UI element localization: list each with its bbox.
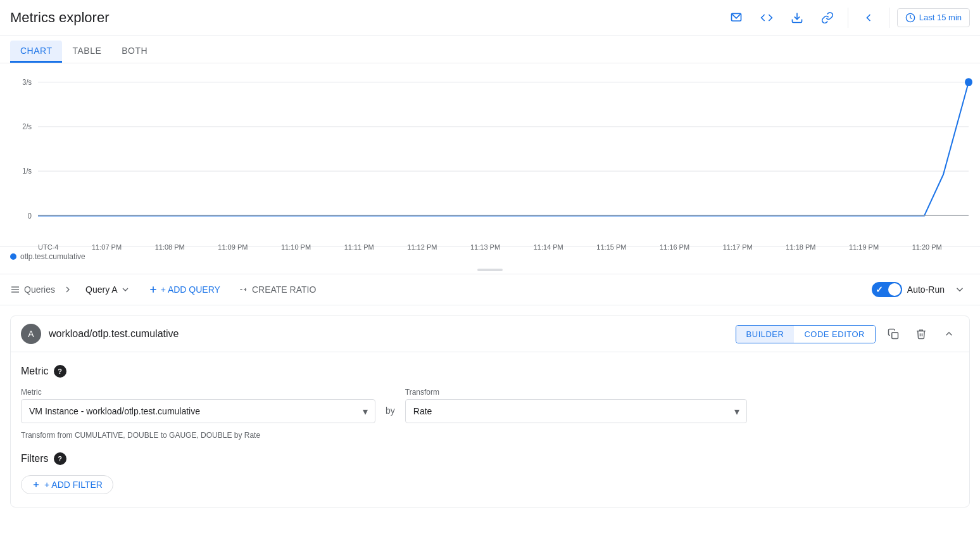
chart-tabs: CHART TABLE BOTH <box>0 35 980 63</box>
query-selector[interactable]: Query A <box>80 282 135 297</box>
x-label-6: 11:12 PM <box>407 243 437 251</box>
transform-field-group: Transform Rate ▾ <box>405 388 747 423</box>
header-actions: Last 15 min <box>724 5 970 30</box>
svg-text:2/s: 2/s <box>22 123 32 131</box>
x-label-10: 11:16 PM <box>660 243 689 251</box>
tab-chart[interactable]: CHART <box>10 41 62 63</box>
auto-run-label: Auto-Run <box>907 284 945 295</box>
time-range-btn[interactable]: Last 15 min <box>897 8 970 27</box>
transform-select[interactable]: Rate <box>405 399 747 423</box>
code-editor-tab[interactable]: CODE EDITOR <box>794 326 875 343</box>
link-icon-btn[interactable] <box>815 5 840 30</box>
x-label-5: 11:11 PM <box>344 243 374 251</box>
query-bar: Queries Query A + ADD QUERY CREATE RATIO… <box>0 274 980 305</box>
x-label-12: 11:18 PM <box>786 243 815 251</box>
copy-icon <box>888 328 899 340</box>
x-label-2: 11:08 PM <box>155 243 185 251</box>
download-icon-btn[interactable] <box>784 5 810 30</box>
transform-select-wrapper: Rate ▾ <box>405 399 747 423</box>
header-divider <box>848 8 848 28</box>
app-header: Metrics explorer Last 15 min <box>0 0 980 35</box>
filters-section: Filters ? + ADD FILTER <box>21 452 959 494</box>
query-panel-header: A workload/otlp.test.cumulative BUILDER … <box>11 316 969 352</box>
breadcrumb-chevron-icon <box>63 284 73 295</box>
metric-section-title: Metric ? <box>21 365 959 378</box>
create-ratio-btn[interactable]: CREATE RATIO <box>233 282 321 297</box>
x-label-9: 11:15 PM <box>596 243 626 251</box>
builder-tab[interactable]: BUILDER <box>736 326 795 343</box>
by-label: by <box>386 405 395 423</box>
trash-icon <box>915 328 927 340</box>
transform-info: Transform from CUMULATIVE, DOUBLE to GAU… <box>21 431 959 440</box>
metric-help-icon[interactable]: ? <box>54 365 66 378</box>
ratio-icon <box>238 284 248 295</box>
download-icon <box>791 11 803 24</box>
filters-label: Filters <box>21 453 49 464</box>
chevron-left-icon <box>862 11 875 24</box>
builder-code-tabs: BUILDER CODE EDITOR <box>736 325 876 343</box>
filters-section-title: Filters ? <box>21 452 959 465</box>
query-bar-right: ✓ Auto-Run <box>872 279 970 300</box>
copy-btn[interactable] <box>883 324 903 344</box>
link-icon <box>821 11 834 24</box>
delete-btn[interactable] <box>911 324 931 344</box>
hamburger-icon <box>10 284 20 295</box>
x-label-11: 11:17 PM <box>723 243 753 251</box>
plus-icon <box>148 284 158 295</box>
auto-run-toggle[interactable]: ✓ <box>872 282 902 297</box>
clock-icon <box>905 13 915 23</box>
query-avatar: A <box>21 324 41 344</box>
chevron-up-icon <box>943 328 955 340</box>
query-panel-body: Metric ? Metric VM Instance - workload/o… <box>11 352 969 507</box>
chart-svg: 3/s 2/s 1/s 0 <box>0 68 980 246</box>
back-btn[interactable] <box>856 5 881 30</box>
app-title: Metrics explorer <box>10 10 109 26</box>
queries-text: Queries <box>24 284 55 295</box>
metric-label: Metric <box>21 366 49 377</box>
query-dropdown-icon <box>120 284 130 295</box>
add-filter-btn[interactable]: + ADD FILTER <box>21 475 113 494</box>
add-query-label: + ADD QUERY <box>161 284 220 295</box>
x-label-1: 11:07 PM <box>92 243 122 251</box>
create-ratio-label: CREATE RATIO <box>252 284 316 295</box>
tab-table[interactable]: TABLE <box>62 41 111 63</box>
expand-btn[interactable] <box>939 324 959 344</box>
tab-both[interactable]: BOTH <box>111 41 158 63</box>
code-icon <box>760 11 773 24</box>
chart-area: 3/s 2/s 1/s 0 UTC-4 11:07 PM 11:08 PM 11… <box>0 63 980 247</box>
metric-select-wrapper: VM Instance - workload/otlp.test.cumulat… <box>21 399 375 423</box>
drag-handle[interactable] <box>0 266 980 274</box>
alert-icon <box>730 11 743 24</box>
x-label-8: 11:14 PM <box>534 243 563 251</box>
header-divider-2 <box>889 8 889 28</box>
filters-help-icon[interactable]: ? <box>54 452 66 465</box>
code-icon-btn[interactable] <box>754 5 779 30</box>
chevron-down-icon <box>954 284 965 295</box>
queries-label[interactable]: Queries <box>10 284 55 295</box>
x-label-14: 11:20 PM <box>912 243 942 251</box>
query-title: workload/otlp.test.cumulative <box>49 328 728 340</box>
metric-field-group: Metric VM Instance - workload/otlp.test.… <box>21 388 375 423</box>
svg-point-11 <box>965 78 972 86</box>
x-label-7: 11:13 PM <box>470 243 500 251</box>
query-panel-wrapper: A workload/otlp.test.cumulative BUILDER … <box>0 316 980 507</box>
svg-rect-22 <box>892 333 898 339</box>
metric-select[interactable]: VM Instance - workload/otlp.test.cumulat… <box>21 399 375 423</box>
legend-text: otlp.test.cumulative <box>20 252 85 261</box>
add-query-btn[interactable]: + ADD QUERY <box>143 282 225 297</box>
query-panel: A workload/otlp.test.cumulative BUILDER … <box>10 316 970 507</box>
add-filter-label: + ADD FILTER <box>44 480 103 490</box>
collapse-btn[interactable] <box>950 279 970 300</box>
x-label-4: 11:10 PM <box>281 243 311 251</box>
transform-field-label: Transform <box>405 388 747 397</box>
drag-handle-bar <box>477 269 503 271</box>
metric-field-label: Metric <box>21 388 375 397</box>
query-name: Query A <box>85 284 118 295</box>
metric-row: Metric VM Instance - workload/otlp.test.… <box>21 388 959 423</box>
alert-icon-btn[interactable] <box>724 5 749 30</box>
svg-text:3/s: 3/s <box>22 79 32 86</box>
x-label-0: UTC-4 <box>38 243 58 251</box>
toggle-check-icon: ✓ <box>876 284 883 295</box>
svg-text:1/s: 1/s <box>22 167 32 175</box>
svg-text:0: 0 <box>28 212 32 219</box>
